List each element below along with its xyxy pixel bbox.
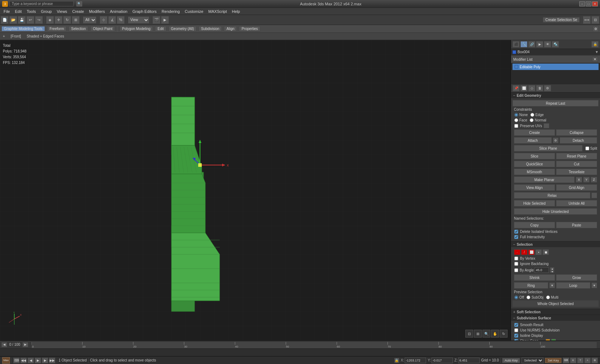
attach-btn[interactable]: Attach: [514, 137, 552, 144]
relax-settings[interactable]: [591, 193, 597, 198]
rp-modify-btn[interactable]: 🔧: [520, 41, 528, 48]
edge-icon-btn[interactable]: /: [521, 249, 528, 255]
constraint-edge[interactable]: Edge: [530, 113, 544, 117]
setkey-btn[interactable]: Set Key: [545, 358, 561, 363]
angle-down-btn[interactable]: ▼: [550, 270, 554, 273]
subdivision-btn[interactable]: Subdivision: [199, 26, 222, 31]
cut-btn[interactable]: Cut: [556, 161, 597, 167]
menu-modifiers[interactable]: Modifiers: [87, 9, 107, 14]
scale-btn[interactable]: ⊞: [72, 16, 80, 24]
key-mode-toggle[interactable]: K: [570, 358, 576, 363]
geometry-all-btn[interactable]: Geometry (All): [169, 26, 196, 31]
reset-plane-btn[interactable]: Reset Plane: [556, 153, 597, 159]
key-filter-btn[interactable]: ⌨: [563, 358, 569, 363]
detach-btn[interactable]: Detach: [560, 137, 598, 144]
cage-color-green[interactable]: [551, 339, 556, 341]
object-color-swatch[interactable]: [512, 50, 516, 54]
make-planar-btn[interactable]: Make Planar: [514, 176, 575, 183]
x-coord-input[interactable]: [405, 358, 426, 363]
split-option[interactable]: Split: [585, 146, 597, 151]
mirror-btn[interactable]: ⟺: [583, 16, 591, 24]
msmooth-btn[interactable]: MSmooth: [514, 169, 555, 175]
selection-header[interactable]: − Selection: [511, 241, 600, 247]
polygon-modeling-btn[interactable]: Polygon Modeling: [120, 26, 153, 31]
editable-poly-modifier[interactable]: Editable Poly: [512, 64, 599, 70]
pin-stack-btn[interactable]: 📌: [512, 85, 520, 91]
timeline-ruler[interactable]: 0 10 20 30 40 50 60 70 80 90 1: [31, 341, 597, 348]
configure-modifier-btn[interactable]: ⚙: [544, 85, 551, 91]
minimize-button[interactable]: −: [579, 1, 585, 6]
menu-group[interactable]: Group: [39, 9, 54, 14]
autokey-btn[interactable]: Auto Key: [502, 358, 520, 363]
relax-btn[interactable]: Relax: [514, 192, 590, 199]
menu-edit[interactable]: Edit: [13, 9, 24, 14]
shrink-btn[interactable]: Shrink: [514, 274, 555, 281]
constraint-normal[interactable]: Normal: [529, 118, 546, 123]
timeline-back-btn[interactable]: ◀: [1, 342, 7, 347]
menu-tools[interactable]: Tools: [25, 9, 38, 14]
smooth-result-check[interactable]: [514, 323, 518, 326]
full-interactivity-check[interactable]: [514, 235, 518, 239]
preserve-uvs-check[interactable]: [514, 124, 518, 128]
percent-snap-btn[interactable]: %: [117, 16, 125, 24]
angle-input[interactable]: [535, 267, 549, 273]
angle-up-btn[interactable]: ▲: [550, 267, 554, 270]
slice-plane-btn[interactable]: Slice Plane: [514, 145, 582, 151]
go-end-btn[interactable]: ▶▶: [49, 358, 55, 363]
rp-create-btn[interactable]: ⬛: [512, 41, 520, 48]
orbit-btn[interactable]: ↻: [500, 330, 508, 338]
border-icon-btn[interactable]: ⬜: [528, 249, 535, 255]
vertex-icon-btn[interactable]: ·: [514, 249, 520, 255]
menu-rendering[interactable]: Rendering: [160, 9, 182, 14]
render-setup-btn[interactable]: 🎬: [152, 16, 160, 24]
redo-btn[interactable]: ↪: [35, 16, 43, 24]
modifier-list-dropdown[interactable]: ▼: [592, 57, 598, 62]
lock-btn[interactable]: 🔒: [394, 358, 399, 363]
pan-btn[interactable]: ✋: [491, 330, 499, 338]
close-button[interactable]: ✕: [592, 1, 598, 6]
menu-customize[interactable]: Customize: [182, 9, 205, 14]
y-coord-input[interactable]: [431, 358, 453, 363]
isoline-check[interactable]: [514, 334, 518, 337]
ring-btn[interactable]: Ring: [514, 282, 548, 289]
gt-options-btn[interactable]: ⚙: [593, 26, 599, 32]
object-paint-btn[interactable]: Object Paint: [90, 26, 115, 31]
view-align-btn[interactable]: View Align: [514, 184, 555, 191]
z-coord-input[interactable]: [458, 358, 480, 363]
angle-snap-btn[interactable]: ∡: [108, 16, 116, 24]
new-btn[interactable]: 📄: [1, 16, 9, 24]
zoom-btn[interactable]: 🔍: [482, 330, 490, 338]
graphite-modeling-tools-btn[interactable]: Graphite Modeling Tools: [1, 26, 45, 31]
rp-hierarchy-btn[interactable]: 🔗: [528, 41, 535, 48]
cage-color-orange[interactable]: [546, 339, 550, 341]
next-frame-btn[interactable]: ▶: [42, 358, 48, 363]
loop-settings[interactable]: ▼: [591, 283, 597, 288]
freeform-btn[interactable]: Freeform: [47, 26, 67, 31]
preview-multi[interactable]: Multi: [546, 295, 559, 300]
move-btn[interactable]: ✛: [55, 16, 62, 24]
constraint-none[interactable]: None: [514, 113, 528, 117]
search-box[interactable]: Type a keyword or phrase: [9, 1, 74, 6]
open-btn[interactable]: 📂: [9, 16, 17, 24]
max-physx-btn[interactable]: Max: [2, 357, 10, 364]
quickslice-btn[interactable]: QuickSlice: [514, 161, 555, 167]
unhide-all-btn[interactable]: Unhide All: [556, 200, 597, 206]
subdivision-header[interactable]: − Subdivision Surface: [511, 315, 600, 321]
key-add-time-btn[interactable]: ⊕: [591, 358, 598, 363]
menu-create[interactable]: Create: [70, 9, 86, 14]
menu-views[interactable]: Views: [55, 9, 69, 14]
key-extra-btn[interactable]: +: [584, 358, 591, 363]
delete-isolated-check[interactable]: [514, 230, 518, 233]
paste-btn[interactable]: Paste: [556, 222, 597, 228]
remove-modifier-btn[interactable]: 🗑: [536, 85, 543, 91]
properties-btn[interactable]: Properties: [239, 26, 260, 31]
element-icon-btn[interactable]: ◼: [542, 249, 549, 255]
edit-btn[interactable]: Edit: [155, 26, 166, 31]
z-btn[interactable]: Z: [591, 177, 597, 183]
loop-btn[interactable]: Loop: [556, 282, 590, 289]
align-btn[interactable]: ⊟: [591, 16, 599, 24]
slice-btn[interactable]: Slice: [514, 153, 555, 159]
menu-animation[interactable]: Animation: [108, 9, 130, 14]
create-btn[interactable]: Create: [514, 129, 555, 136]
repeat-last-btn[interactable]: Repeat Last: [512, 100, 599, 106]
